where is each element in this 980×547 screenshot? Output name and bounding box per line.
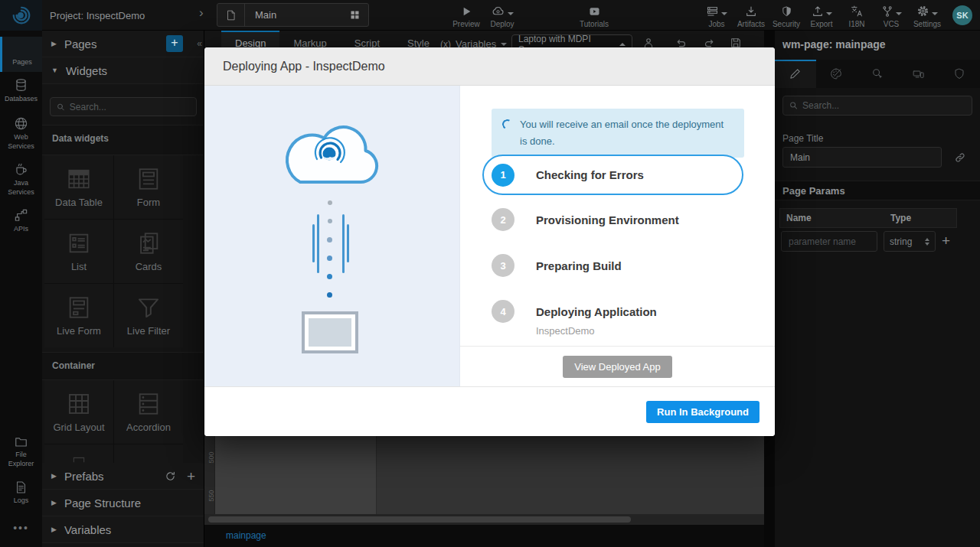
- collapsed-arrow-icon: ▶: [51, 472, 57, 480]
- horizontal-scrollbar[interactable]: [204, 514, 764, 525]
- run-in-background-button[interactable]: Run In Background: [646, 401, 760, 423]
- user-avatar[interactable]: SK: [952, 5, 972, 25]
- data-table-icon: [64, 166, 93, 192]
- tab-events[interactable]: [857, 60, 898, 88]
- artifacts-button[interactable]: Artifacts: [733, 4, 769, 28]
- widget-partial[interactable]: [114, 444, 183, 463]
- rail-more-button[interactable]: •••: [0, 522, 42, 540]
- step-app-name: InspectDemo: [536, 325, 595, 337]
- param-name-input[interactable]: [781, 231, 877, 252]
- name-column-header: Name: [780, 209, 884, 227]
- deploy-modal: Deploying App - InspectDemo: [204, 47, 775, 436]
- rail-item-file-explorer[interactable]: FileExplorer: [0, 435, 42, 477]
- step-checking-errors: 1 Checking for Errors: [482, 155, 743, 195]
- gear-settings-icon: [916, 5, 929, 18]
- i18n-button[interactable]: I18N: [838, 4, 875, 28]
- modal-footer: Run In Background: [204, 386, 775, 436]
- rail-item-databases[interactable]: Databases: [0, 78, 42, 113]
- tab-security[interactable]: [939, 60, 980, 88]
- rail-item-pages[interactable]: Pages: [0, 37, 42, 72]
- collapse-panel-icon[interactable]: «: [197, 38, 202, 49]
- tab-devices[interactable]: [898, 60, 939, 88]
- jobs-list-icon: [706, 5, 719, 18]
- stream-dot: [327, 256, 332, 261]
- widget-partial[interactable]: [44, 444, 113, 463]
- link-icon[interactable]: [954, 151, 966, 164]
- search-icon: [57, 103, 65, 112]
- stream-line: [347, 224, 349, 262]
- pages-section-header[interactable]: ▶ Pages + «: [42, 31, 204, 57]
- modal-title: Deploying App - InspectDemo: [223, 47, 775, 86]
- widget-search-input[interactable]: [70, 102, 190, 112]
- canvas-breadcrumb-bar: mainpage: [204, 525, 764, 547]
- prefabs-section-header[interactable]: ▶ Prefabs +: [42, 463, 204, 490]
- widget-live-filter[interactable]: Live Filter: [114, 284, 183, 347]
- caret-up-icon: [619, 43, 626, 46]
- jobs-button[interactable]: Jobs: [698, 4, 735, 28]
- vcs-button[interactable]: VCS: [873, 4, 910, 28]
- properties-search[interactable]: [782, 96, 972, 116]
- select-arrows-icon: [925, 238, 929, 246]
- collapsed-arrow-icon: ▶: [51, 40, 57, 47]
- preview-button[interactable]: Preview: [448, 4, 485, 28]
- stream-line: [317, 214, 319, 273]
- add-page-button[interactable]: +: [166, 35, 183, 52]
- modal-header: Deploying App - InspectDemo: [204, 47, 775, 86]
- page-title-label: Page Title: [782, 133, 823, 144]
- variables-section-header[interactable]: ▶ Variables: [42, 516, 204, 543]
- properties-search-input[interactable]: [802, 100, 965, 111]
- widget-accordion[interactable]: Accordion: [114, 380, 183, 444]
- page-structure-section-header[interactable]: ▶ Page Structure: [42, 490, 204, 516]
- monitor-illustration: [302, 311, 358, 353]
- stream-dot: [327, 292, 332, 298]
- breadcrumb-mainpage[interactable]: mainpage: [226, 530, 266, 541]
- step-provisioning: 2 Provisioning Environment: [492, 208, 679, 231]
- pages-file-icon: [15, 41, 30, 56]
- breadcrumb-chevron-icon[interactable]: ›: [199, 5, 204, 21]
- wavemaker-studio: Project: InspectDemo › Main Preview Depl…: [0, 0, 980, 547]
- grid-layout-icon: [65, 391, 93, 417]
- page-selector[interactable]: Main: [217, 3, 369, 27]
- coffee-cup-icon: [14, 162, 28, 177]
- widget-live-form[interactable]: Live Form: [44, 284, 113, 347]
- caret-down-icon: [896, 12, 902, 15]
- data-widgets-group-header: Data widgets: [42, 125, 204, 155]
- widget-form[interactable]: Form: [114, 155, 183, 219]
- devices-icon: [911, 68, 926, 80]
- security-button[interactable]: Security: [768, 4, 805, 28]
- pages-grid-icon[interactable]: [349, 9, 361, 21]
- rail-item-web-services[interactable]: WebServices: [0, 116, 42, 159]
- refresh-icon[interactable]: [165, 470, 176, 482]
- globe-icon: [14, 116, 28, 131]
- wavemaker-logo[interactable]: [0, 0, 42, 31]
- param-type-select[interactable]: string: [884, 231, 936, 252]
- tab-styles[interactable]: [816, 60, 858, 88]
- widget-grid-layout[interactable]: Grid Layout: [44, 380, 113, 444]
- top-bar: Project: InspectDemo › Main Preview Depl…: [0, 0, 980, 31]
- export-button[interactable]: Export: [803, 4, 840, 28]
- list-icon: [65, 230, 93, 256]
- stream-dot: [327, 274, 332, 279]
- rail-item-logs[interactable]: Logs: [0, 480, 42, 516]
- widget-list[interactable]: List: [44, 220, 113, 283]
- stream-line: [312, 224, 315, 262]
- widget-search[interactable]: [50, 97, 197, 116]
- play-icon: [460, 5, 472, 18]
- add-prefab-button[interactable]: +: [187, 470, 195, 482]
- page-title-input[interactable]: [782, 147, 942, 168]
- current-page-name: Main: [255, 9, 349, 21]
- rail-item-apis[interactable]: APIs: [0, 208, 42, 243]
- widgets-section-header[interactable]: ▼ Widgets: [42, 57, 204, 84]
- tab-properties[interactable]: [775, 60, 816, 88]
- deploy-button[interactable]: Deploy: [484, 4, 521, 28]
- widget-cards[interactable]: Cards: [114, 220, 183, 283]
- cloud-illustration-icon: [272, 113, 389, 189]
- caret-down-icon: [932, 12, 938, 15]
- rail-item-java-services[interactable]: JavaServices: [0, 162, 42, 205]
- scrollbar-thumb[interactable]: [208, 516, 631, 523]
- tutorials-button[interactable]: Tutorials: [576, 4, 612, 28]
- add-param-button[interactable]: +: [942, 233, 950, 249]
- settings-button[interactable]: Settings: [909, 4, 946, 28]
- view-deployed-app-button[interactable]: View Deployed App: [563, 356, 672, 378]
- widget-data-table[interactable]: Data Table: [44, 155, 113, 219]
